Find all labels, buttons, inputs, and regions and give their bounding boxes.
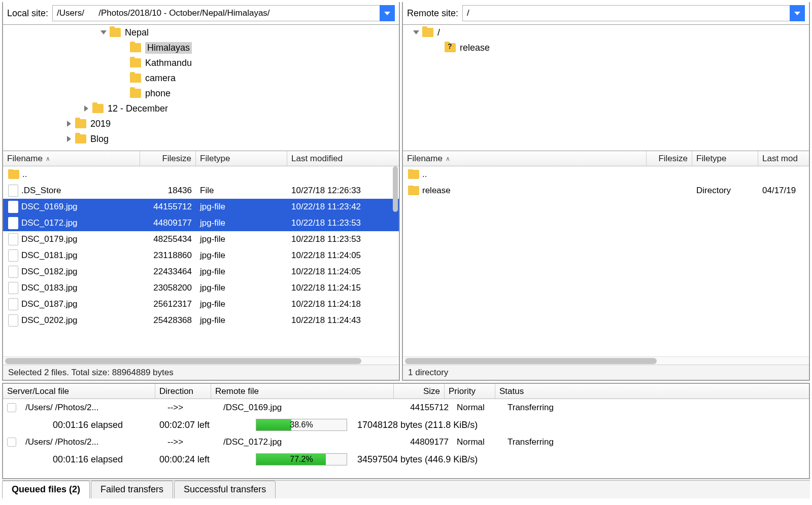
tree-item[interactable]: Himalayas — [3, 40, 399, 55]
file-size: 23058200 — [140, 283, 196, 293]
elapsed-time: 00:01:16 elapsed — [53, 420, 159, 430]
remote-path-dropdown[interactable] — [790, 5, 805, 21]
folder-icon — [445, 43, 456, 52]
file-row[interactable]: .. — [403, 166, 809, 183]
tree-item[interactable]: release — [403, 40, 809, 55]
col-filename[interactable]: Filename — [407, 154, 443, 164]
tree-item-label: 2019 — [90, 119, 111, 129]
tree-item-label: Himalayas — [145, 42, 192, 54]
folder-icon — [110, 28, 121, 37]
remote-h-scrollbar[interactable] — [403, 356, 809, 365]
file-type: jpg-file — [196, 218, 287, 228]
file-size: 44155712 — [140, 202, 196, 212]
folder-icon — [408, 170, 419, 179]
tree-item[interactable]: Nepal — [3, 25, 399, 40]
folder-icon — [75, 119, 86, 128]
col-filetype[interactable]: Filetype — [200, 154, 230, 164]
file-row[interactable]: DSC_0182.jpg22433464jpg-file10/22/18 11:… — [3, 264, 399, 280]
disclosure-icon[interactable] — [82, 104, 90, 113]
tree-item[interactable]: phone — [3, 86, 399, 101]
transfer-row[interactable]: /Users/ /Photos/2...-->>/DSC_0172.jpg448… — [3, 434, 809, 451]
col-filename[interactable]: Filename — [7, 154, 43, 164]
file-row[interactable]: DSC_0172.jpg44809177jpg-file10/22/18 11:… — [3, 215, 399, 231]
tab-failed-transfers[interactable]: Failed transfers — [91, 481, 173, 498]
disclosure-icon[interactable] — [65, 120, 73, 128]
file-icon — [8, 185, 18, 197]
folder-icon — [75, 134, 86, 143]
local-tree[interactable]: NepalHimalayasKathmanducameraphone12 - D… — [3, 24, 399, 151]
col-remote-file[interactable]: Remote file — [211, 384, 394, 399]
transfer-direction: -->> — [163, 403, 219, 413]
tree-item[interactable]: Blog — [3, 131, 399, 147]
local-path-input[interactable] — [52, 5, 380, 21]
file-icon — [8, 298, 18, 310]
folder-icon — [92, 104, 104, 113]
tree-item[interactable]: / — [403, 25, 809, 40]
col-filesize[interactable]: Filesize — [162, 154, 191, 164]
col-server-local-file[interactable]: Server/Local file — [3, 384, 155, 399]
local-file-list[interactable]: ...DS_Store18436File10/27/18 12:26:33DSC… — [3, 166, 399, 356]
transfer-header[interactable]: Server/Local file Direction Remote file … — [3, 384, 809, 399]
file-row[interactable]: DSC_0179.jpg48255434jpg-file10/22/18 11:… — [3, 231, 399, 247]
file-row[interactable]: DSC_0202.jpg25428368jpg-file10/22/18 11:… — [3, 312, 399, 329]
file-row[interactable]: DSC_0169.jpg44155712jpg-file10/22/18 11:… — [3, 199, 399, 215]
file-row[interactable]: DSC_0181.jpg23118860jpg-file10/22/18 11:… — [3, 247, 399, 264]
remote-path-input[interactable] — [462, 5, 790, 21]
transfer-checkbox[interactable] — [7, 403, 16, 412]
col-direction[interactable]: Direction — [155, 384, 211, 399]
disclosure-icon[interactable] — [120, 44, 128, 52]
file-name: release — [422, 186, 451, 196]
tree-item-label: Nepal — [125, 27, 149, 38]
col-priority[interactable]: Priority — [445, 384, 495, 399]
file-modified: 10/22/18 11:23:42 — [287, 202, 384, 212]
tree-item-label: Kathmandu — [145, 58, 192, 68]
transfer-local-path: /Users/ /Photos/2... — [21, 403, 163, 413]
col-status[interactable]: Status — [495, 384, 597, 399]
tree-item[interactable]: 12 - December — [3, 101, 399, 116]
folder-icon — [8, 170, 19, 179]
remote-tree[interactable]: /release — [403, 24, 809, 151]
disclosure-icon[interactable] — [65, 135, 73, 143]
file-type: jpg-file — [196, 315, 287, 326]
disclosure-icon[interactable] — [120, 74, 128, 82]
local-path-dropdown[interactable] — [380, 5, 395, 21]
file-type: jpg-file — [196, 267, 287, 277]
file-row[interactable]: .. — [3, 166, 399, 183]
disclosure-icon[interactable] — [99, 28, 108, 37]
col-filetype[interactable]: Filetype — [696, 154, 727, 164]
file-modified: 04/17/19 — [758, 186, 809, 196]
tree-item[interactable]: Kathmandu — [3, 55, 399, 70]
file-row[interactable]: .DS_Store18436File10/27/18 12:26:33 — [3, 183, 399, 199]
transfer-row[interactable]: /Users/ /Photos/2...-->>/DSC_0169.jpg441… — [3, 399, 809, 416]
col-lastmod[interactable]: Last modified — [291, 154, 343, 164]
local-h-scrollbar[interactable] — [3, 356, 399, 365]
file-icon — [8, 266, 18, 278]
col-lastmod[interactable]: Last mod — [762, 154, 798, 164]
tree-item[interactable]: 2019 — [3, 116, 399, 131]
bytes-transferred: 17048128 bytes (211.8 KiB/s) — [357, 420, 478, 430]
file-row[interactable]: DSC_0183.jpg23058200jpg-file10/22/18 11:… — [3, 280, 399, 296]
tree-item[interactable]: camera — [3, 70, 399, 86]
disclosure-icon[interactable] — [412, 28, 420, 37]
disclosure-icon[interactable] — [434, 44, 443, 52]
file-row[interactable]: DSC_0187.jpg25612317jpg-file10/22/18 11:… — [3, 296, 399, 312]
remote-file-list[interactable]: ..releaseDirectory04/17/19 — [403, 166, 809, 356]
local-file-header[interactable]: Filename∧ Filesize Filetype Last modifie… — [3, 151, 399, 166]
file-name: DSC_0182.jpg — [21, 267, 78, 277]
file-type: jpg-file — [196, 202, 287, 212]
col-size[interactable]: Size — [394, 384, 445, 399]
file-type: File — [196, 186, 287, 196]
file-size: 44809177 — [140, 218, 196, 228]
disclosure-icon[interactable] — [120, 59, 128, 67]
file-size: 25612317 — [140, 299, 196, 309]
tab-queued-files[interactable]: Queued files (2) — [2, 481, 90, 498]
disclosure-icon[interactable] — [120, 89, 128, 97]
file-row[interactable]: releaseDirectory04/17/19 — [403, 183, 809, 199]
col-filesize[interactable]: Filesize — [658, 154, 688, 164]
file-type: jpg-file — [196, 299, 287, 309]
time-left: 00:00:24 left — [159, 454, 256, 465]
remote-file-header[interactable]: Filename∧ Filesize Filetype Last mod — [403, 151, 809, 166]
tab-successful-transfers[interactable]: Successful transfers — [174, 481, 276, 498]
transfer-checkbox[interactable] — [7, 438, 16, 447]
sort-asc-icon: ∧ — [46, 155, 50, 162]
